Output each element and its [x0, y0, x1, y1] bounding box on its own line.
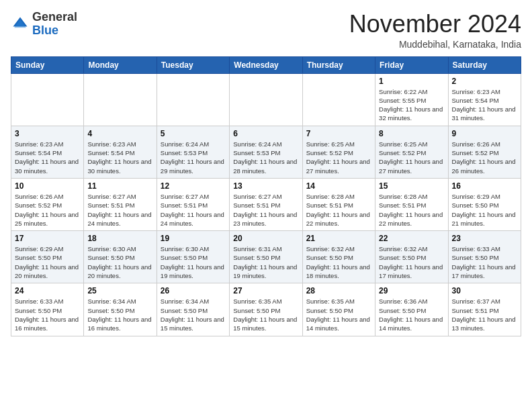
day-number: 24 [15, 286, 80, 295]
day-number: 28 [306, 286, 371, 295]
calendar-week-5: 24Sunrise: 6:33 AMSunset: 5:50 PMDayligh… [11, 283, 521, 336]
calendar-week-2: 3Sunrise: 6:23 AMSunset: 5:54 PMDaylight… [11, 126, 521, 178]
calendar-cell: 22Sunrise: 6:32 AMSunset: 5:50 PMDayligh… [375, 231, 448, 283]
weekday-monday: Monday [84, 56, 157, 73]
calendar-cell: 9Sunrise: 6:26 AMSunset: 5:52 PMDaylight… [448, 126, 521, 178]
day-number: 30 [452, 286, 517, 295]
calendar-table: SundayMondayTuesdayWednesdayThursdayFrid… [11, 56, 521, 336]
calendar-cell: 28Sunrise: 6:35 AMSunset: 5:50 PMDayligh… [302, 283, 375, 336]
day-detail: Sunrise: 6:30 AMSunset: 5:50 PMDaylight:… [87, 244, 152, 280]
day-number: 10 [15, 181, 80, 191]
calendar-cell: 2Sunrise: 6:23 AMSunset: 5:54 PMDaylight… [448, 73, 521, 126]
day-number: 1 [379, 77, 444, 86]
calendar-cell: 24Sunrise: 6:33 AMSunset: 5:50 PMDayligh… [11, 283, 84, 336]
day-number: 9 [452, 129, 517, 138]
day-detail: Sunrise: 6:23 AMSunset: 5:54 PMDaylight:… [452, 87, 517, 123]
day-number: 21 [306, 234, 371, 243]
weekday-friday: Friday [375, 56, 448, 73]
day-detail: Sunrise: 6:28 AMSunset: 5:51 PMDaylight:… [306, 192, 371, 228]
calendar-week-4: 17Sunrise: 6:29 AMSunset: 5:50 PMDayligh… [11, 231, 521, 283]
weekday-sunday: Sunday [11, 56, 84, 73]
day-detail: Sunrise: 6:33 AMSunset: 5:50 PMDaylight:… [452, 244, 517, 280]
calendar-cell: 11Sunrise: 6:27 AMSunset: 5:51 PMDayligh… [84, 178, 157, 230]
day-detail: Sunrise: 6:24 AMSunset: 5:53 PMDaylight:… [233, 140, 298, 175]
calendar-cell: 15Sunrise: 6:28 AMSunset: 5:51 PMDayligh… [375, 178, 448, 230]
day-detail: Sunrise: 6:25 AMSunset: 5:52 PMDaylight:… [306, 140, 371, 175]
day-number: 3 [15, 129, 80, 138]
weekday-wednesday: Wednesday [230, 56, 302, 73]
day-detail: Sunrise: 6:29 AMSunset: 5:50 PMDaylight:… [15, 244, 80, 280]
day-detail: Sunrise: 6:31 AMSunset: 5:50 PMDaylight:… [233, 244, 298, 280]
calendar-cell [84, 73, 157, 126]
weekday-header-row: SundayMondayTuesdayWednesdayThursdayFrid… [11, 56, 521, 73]
day-detail: Sunrise: 6:35 AMSunset: 5:50 PMDaylight:… [306, 297, 371, 332]
logo-icon [11, 15, 30, 34]
calendar-cell: 5Sunrise: 6:24 AMSunset: 5:53 PMDaylight… [157, 126, 229, 178]
calendar-cell: 23Sunrise: 6:33 AMSunset: 5:50 PMDayligh… [448, 231, 521, 283]
day-number: 18 [87, 234, 152, 243]
calendar-cell: 18Sunrise: 6:30 AMSunset: 5:50 PMDayligh… [84, 231, 157, 283]
weekday-tuesday: Tuesday [157, 56, 229, 73]
weekday-saturday: Saturday [448, 56, 521, 73]
calendar-cell: 13Sunrise: 6:27 AMSunset: 5:51 PMDayligh… [230, 178, 302, 230]
calendar-cell: 26Sunrise: 6:34 AMSunset: 5:50 PMDayligh… [157, 283, 229, 336]
calendar-cell: 30Sunrise: 6:37 AMSunset: 5:51 PMDayligh… [448, 283, 521, 336]
calendar-cell: 10Sunrise: 6:26 AMSunset: 5:52 PMDayligh… [11, 178, 84, 230]
calendar-cell: 19Sunrise: 6:30 AMSunset: 5:50 PMDayligh… [157, 231, 229, 283]
day-number: 17 [15, 234, 80, 243]
day-detail: Sunrise: 6:36 AMSunset: 5:50 PMDaylight:… [379, 297, 444, 332]
calendar-week-3: 10Sunrise: 6:26 AMSunset: 5:52 PMDayligh… [11, 178, 521, 230]
logo-general: General [32, 10, 77, 24]
calendar-cell: 29Sunrise: 6:36 AMSunset: 5:50 PMDayligh… [375, 283, 448, 336]
day-detail: Sunrise: 6:35 AMSunset: 5:50 PMDaylight:… [233, 297, 298, 332]
calendar-cell: 4Sunrise: 6:23 AMSunset: 5:54 PMDaylight… [84, 126, 157, 178]
day-number: 5 [161, 129, 226, 138]
calendar-week-1: 1Sunrise: 6:22 AMSunset: 5:55 PMDaylight… [11, 73, 521, 126]
day-detail: Sunrise: 6:26 AMSunset: 5:52 PMDaylight:… [15, 192, 80, 228]
day-number: 29 [379, 286, 444, 295]
calendar-cell: 6Sunrise: 6:24 AMSunset: 5:53 PMDaylight… [230, 126, 302, 178]
logo: General Blue [11, 11, 77, 38]
calendar-cell: 27Sunrise: 6:35 AMSunset: 5:50 PMDayligh… [230, 283, 302, 336]
calendar-cell: 14Sunrise: 6:28 AMSunset: 5:51 PMDayligh… [302, 178, 375, 230]
day-detail: Sunrise: 6:27 AMSunset: 5:51 PMDaylight:… [161, 192, 226, 228]
day-number: 25 [87, 286, 152, 295]
calendar-cell: 1Sunrise: 6:22 AMSunset: 5:55 PMDaylight… [375, 73, 448, 126]
day-number: 15 [379, 181, 444, 191]
day-detail: Sunrise: 6:32 AMSunset: 5:50 PMDaylight:… [379, 244, 444, 280]
day-number: 20 [233, 234, 298, 243]
calendar-cell: 20Sunrise: 6:31 AMSunset: 5:50 PMDayligh… [230, 231, 302, 283]
day-number: 27 [233, 286, 298, 295]
day-detail: Sunrise: 6:23 AMSunset: 5:54 PMDaylight:… [15, 140, 80, 175]
day-detail: Sunrise: 6:33 AMSunset: 5:50 PMDaylight:… [15, 297, 80, 332]
day-detail: Sunrise: 6:28 AMSunset: 5:51 PMDaylight:… [379, 192, 444, 228]
day-detail: Sunrise: 6:23 AMSunset: 5:54 PMDaylight:… [87, 140, 152, 175]
calendar-cell [11, 73, 84, 126]
month-title: November 2024 [349, 11, 521, 38]
calendar-cell: 17Sunrise: 6:29 AMSunset: 5:50 PMDayligh… [11, 231, 84, 283]
day-detail: Sunrise: 6:22 AMSunset: 5:55 PMDaylight:… [379, 87, 444, 123]
day-number: 23 [452, 234, 517, 243]
day-number: 26 [161, 286, 226, 295]
day-detail: Sunrise: 6:27 AMSunset: 5:51 PMDaylight:… [87, 192, 152, 228]
day-number: 6 [233, 129, 298, 138]
calendar-cell [157, 73, 229, 126]
calendar-cell: 7Sunrise: 6:25 AMSunset: 5:52 PMDaylight… [302, 126, 375, 178]
location: Muddebihal, Karnataka, India [349, 39, 521, 50]
header: General Blue November 2024 Muddebihal, K… [11, 11, 521, 50]
day-number: 14 [306, 181, 371, 191]
calendar-cell: 12Sunrise: 6:27 AMSunset: 5:51 PMDayligh… [157, 178, 229, 230]
day-detail: Sunrise: 6:29 AMSunset: 5:50 PMDaylight:… [452, 192, 517, 228]
weekday-thursday: Thursday [302, 56, 375, 73]
day-number: 12 [161, 181, 226, 191]
day-number: 22 [379, 234, 444, 243]
calendar-cell [230, 73, 302, 126]
day-detail: Sunrise: 6:34 AMSunset: 5:50 PMDaylight:… [161, 297, 226, 332]
calendar-cell: 3Sunrise: 6:23 AMSunset: 5:54 PMDaylight… [11, 126, 84, 178]
calendar-cell [302, 73, 375, 126]
day-number: 16 [452, 181, 517, 191]
day-number: 13 [233, 181, 298, 191]
calendar-cell: 8Sunrise: 6:25 AMSunset: 5:52 PMDaylight… [375, 126, 448, 178]
page: General Blue November 2024 Muddebihal, K… [0, 0, 532, 343]
day-detail: Sunrise: 6:34 AMSunset: 5:50 PMDaylight:… [87, 297, 152, 332]
